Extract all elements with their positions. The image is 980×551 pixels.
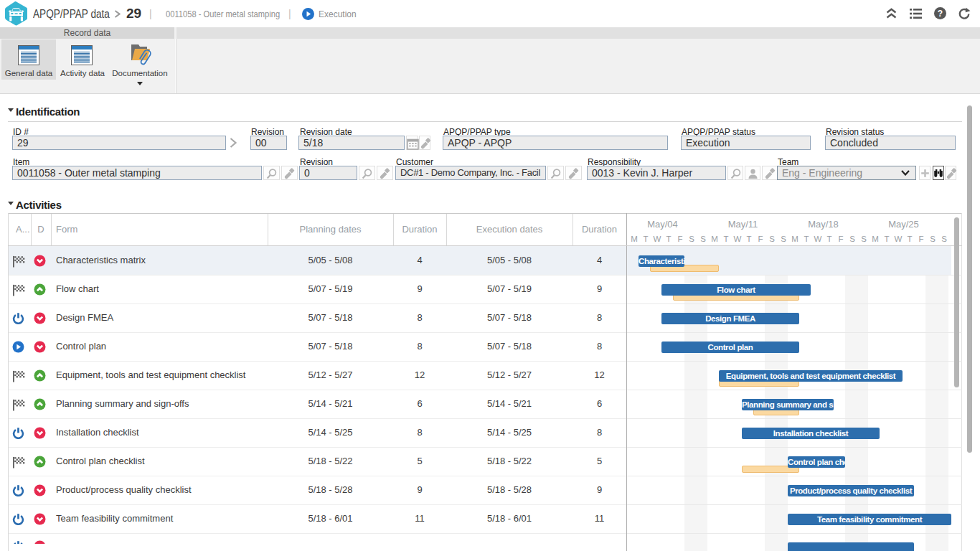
svg-text:?: ?: [938, 9, 943, 19]
